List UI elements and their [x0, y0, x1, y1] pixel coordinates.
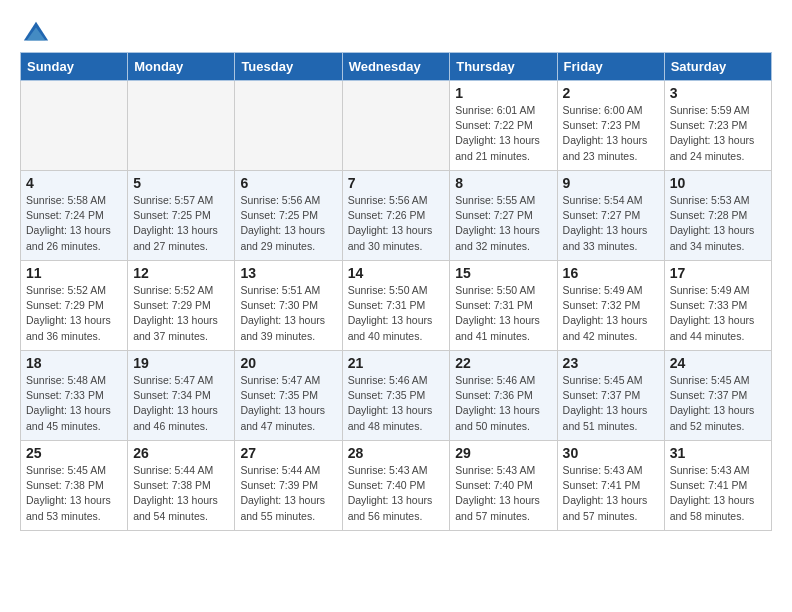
day-number: 9 [563, 175, 659, 191]
day-number: 8 [455, 175, 551, 191]
day-number: 30 [563, 445, 659, 461]
day-info: Sunrise: 5:47 AM Sunset: 7:34 PM Dayligh… [133, 373, 229, 434]
day-number: 22 [455, 355, 551, 371]
day-number: 18 [26, 355, 122, 371]
day-info: Sunrise: 5:51 AM Sunset: 7:30 PM Dayligh… [240, 283, 336, 344]
day-info: Sunrise: 5:46 AM Sunset: 7:35 PM Dayligh… [348, 373, 445, 434]
day-number: 27 [240, 445, 336, 461]
calendar-cell-4-3: 20Sunrise: 5:47 AM Sunset: 7:35 PM Dayli… [235, 351, 342, 441]
page-container: SundayMondayTuesdayWednesdayThursdayFrid… [0, 0, 792, 541]
calendar-cell-2-5: 8Sunrise: 5:55 AM Sunset: 7:27 PM Daylig… [450, 171, 557, 261]
day-number: 23 [563, 355, 659, 371]
day-info: Sunrise: 5:50 AM Sunset: 7:31 PM Dayligh… [455, 283, 551, 344]
day-number: 28 [348, 445, 445, 461]
day-number: 13 [240, 265, 336, 281]
day-number: 21 [348, 355, 445, 371]
calendar-cell-2-3: 6Sunrise: 5:56 AM Sunset: 7:25 PM Daylig… [235, 171, 342, 261]
calendar-cell-5-7: 31Sunrise: 5:43 AM Sunset: 7:41 PM Dayli… [664, 441, 771, 531]
calendar-cell-1-3 [235, 81, 342, 171]
calendar-cell-2-6: 9Sunrise: 5:54 AM Sunset: 7:27 PM Daylig… [557, 171, 664, 261]
day-number: 11 [26, 265, 122, 281]
calendar-cell-4-6: 23Sunrise: 5:45 AM Sunset: 7:37 PM Dayli… [557, 351, 664, 441]
calendar-cell-3-4: 14Sunrise: 5:50 AM Sunset: 7:31 PM Dayli… [342, 261, 450, 351]
calendar-cell-4-5: 22Sunrise: 5:46 AM Sunset: 7:36 PM Dayli… [450, 351, 557, 441]
day-number: 6 [240, 175, 336, 191]
day-number: 26 [133, 445, 229, 461]
day-number: 17 [670, 265, 766, 281]
day-info: Sunrise: 5:52 AM Sunset: 7:29 PM Dayligh… [133, 283, 229, 344]
day-info: Sunrise: 5:57 AM Sunset: 7:25 PM Dayligh… [133, 193, 229, 254]
header [20, 20, 772, 42]
day-number: 24 [670, 355, 766, 371]
day-info: Sunrise: 5:54 AM Sunset: 7:27 PM Dayligh… [563, 193, 659, 254]
day-number: 3 [670, 85, 766, 101]
calendar-cell-3-7: 17Sunrise: 5:49 AM Sunset: 7:33 PM Dayli… [664, 261, 771, 351]
calendar-cell-3-6: 16Sunrise: 5:49 AM Sunset: 7:32 PM Dayli… [557, 261, 664, 351]
logo [20, 20, 50, 42]
calendar-cell-4-4: 21Sunrise: 5:46 AM Sunset: 7:35 PM Dayli… [342, 351, 450, 441]
day-number: 25 [26, 445, 122, 461]
week-row-1: 1Sunrise: 6:01 AM Sunset: 7:22 PM Daylig… [21, 81, 772, 171]
day-number: 7 [348, 175, 445, 191]
day-info: Sunrise: 6:00 AM Sunset: 7:23 PM Dayligh… [563, 103, 659, 164]
day-number: 20 [240, 355, 336, 371]
calendar-cell-3-2: 12Sunrise: 5:52 AM Sunset: 7:29 PM Dayli… [128, 261, 235, 351]
weekday-header-row: SundayMondayTuesdayWednesdayThursdayFrid… [21, 53, 772, 81]
calendar-cell-3-3: 13Sunrise: 5:51 AM Sunset: 7:30 PM Dayli… [235, 261, 342, 351]
calendar-cell-2-1: 4Sunrise: 5:58 AM Sunset: 7:24 PM Daylig… [21, 171, 128, 261]
weekday-header-tuesday: Tuesday [235, 53, 342, 81]
day-info: Sunrise: 6:01 AM Sunset: 7:22 PM Dayligh… [455, 103, 551, 164]
calendar-cell-5-4: 28Sunrise: 5:43 AM Sunset: 7:40 PM Dayli… [342, 441, 450, 531]
calendar-cell-1-6: 2Sunrise: 6:00 AM Sunset: 7:23 PM Daylig… [557, 81, 664, 171]
day-info: Sunrise: 5:45 AM Sunset: 7:38 PM Dayligh… [26, 463, 122, 524]
calendar-cell-1-2 [128, 81, 235, 171]
day-number: 29 [455, 445, 551, 461]
weekday-header-sunday: Sunday [21, 53, 128, 81]
day-info: Sunrise: 5:49 AM Sunset: 7:33 PM Dayligh… [670, 283, 766, 344]
day-number: 31 [670, 445, 766, 461]
calendar-cell-3-1: 11Sunrise: 5:52 AM Sunset: 7:29 PM Dayli… [21, 261, 128, 351]
weekday-header-thursday: Thursday [450, 53, 557, 81]
day-info: Sunrise: 5:43 AM Sunset: 7:41 PM Dayligh… [670, 463, 766, 524]
calendar-cell-4-1: 18Sunrise: 5:48 AM Sunset: 7:33 PM Dayli… [21, 351, 128, 441]
day-number: 5 [133, 175, 229, 191]
calendar-cell-2-4: 7Sunrise: 5:56 AM Sunset: 7:26 PM Daylig… [342, 171, 450, 261]
day-info: Sunrise: 5:53 AM Sunset: 7:28 PM Dayligh… [670, 193, 766, 254]
calendar-table: SundayMondayTuesdayWednesdayThursdayFrid… [20, 52, 772, 531]
day-info: Sunrise: 5:50 AM Sunset: 7:31 PM Dayligh… [348, 283, 445, 344]
week-row-3: 11Sunrise: 5:52 AM Sunset: 7:29 PM Dayli… [21, 261, 772, 351]
weekday-header-friday: Friday [557, 53, 664, 81]
day-info: Sunrise: 5:56 AM Sunset: 7:25 PM Dayligh… [240, 193, 336, 254]
calendar-cell-5-3: 27Sunrise: 5:44 AM Sunset: 7:39 PM Dayli… [235, 441, 342, 531]
calendar-cell-1-4 [342, 81, 450, 171]
calendar-cell-2-7: 10Sunrise: 5:53 AM Sunset: 7:28 PM Dayli… [664, 171, 771, 261]
day-info: Sunrise: 5:46 AM Sunset: 7:36 PM Dayligh… [455, 373, 551, 434]
day-info: Sunrise: 5:47 AM Sunset: 7:35 PM Dayligh… [240, 373, 336, 434]
day-info: Sunrise: 5:56 AM Sunset: 7:26 PM Dayligh… [348, 193, 445, 254]
day-number: 19 [133, 355, 229, 371]
day-info: Sunrise: 5:59 AM Sunset: 7:23 PM Dayligh… [670, 103, 766, 164]
weekday-header-monday: Monday [128, 53, 235, 81]
day-info: Sunrise: 5:45 AM Sunset: 7:37 PM Dayligh… [563, 373, 659, 434]
calendar-cell-4-2: 19Sunrise: 5:47 AM Sunset: 7:34 PM Dayli… [128, 351, 235, 441]
week-row-5: 25Sunrise: 5:45 AM Sunset: 7:38 PM Dayli… [21, 441, 772, 531]
day-number: 2 [563, 85, 659, 101]
weekday-header-wednesday: Wednesday [342, 53, 450, 81]
calendar-cell-5-6: 30Sunrise: 5:43 AM Sunset: 7:41 PM Dayli… [557, 441, 664, 531]
day-number: 16 [563, 265, 659, 281]
calendar-cell-4-7: 24Sunrise: 5:45 AM Sunset: 7:37 PM Dayli… [664, 351, 771, 441]
weekday-header-saturday: Saturday [664, 53, 771, 81]
calendar-cell-5-2: 26Sunrise: 5:44 AM Sunset: 7:38 PM Dayli… [128, 441, 235, 531]
day-info: Sunrise: 5:48 AM Sunset: 7:33 PM Dayligh… [26, 373, 122, 434]
calendar-cell-1-1 [21, 81, 128, 171]
day-number: 12 [133, 265, 229, 281]
logo-icon [22, 20, 50, 48]
day-info: Sunrise: 5:43 AM Sunset: 7:40 PM Dayligh… [455, 463, 551, 524]
week-row-4: 18Sunrise: 5:48 AM Sunset: 7:33 PM Dayli… [21, 351, 772, 441]
calendar-cell-1-7: 3Sunrise: 5:59 AM Sunset: 7:23 PM Daylig… [664, 81, 771, 171]
calendar-cell-2-2: 5Sunrise: 5:57 AM Sunset: 7:25 PM Daylig… [128, 171, 235, 261]
day-info: Sunrise: 5:43 AM Sunset: 7:40 PM Dayligh… [348, 463, 445, 524]
day-number: 1 [455, 85, 551, 101]
day-number: 15 [455, 265, 551, 281]
calendar-cell-5-1: 25Sunrise: 5:45 AM Sunset: 7:38 PM Dayli… [21, 441, 128, 531]
